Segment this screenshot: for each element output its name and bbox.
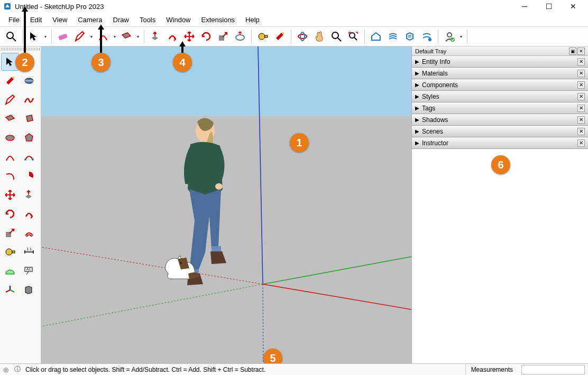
panel-components[interactable]: ▶Components✕: [412, 79, 588, 91]
zoom-icon[interactable]: [3, 29, 19, 44]
tray-pin-icon[interactable]: ▣: [569, 48, 576, 55]
signin-dropdown-icon[interactable]: ▾: [458, 29, 464, 44]
tool-freehand[interactable]: [20, 91, 38, 109]
panel-close-icon[interactable]: ✕: [577, 116, 585, 124]
measurements-input[interactable]: [521, 365, 585, 374]
panel-close-icon[interactable]: ✕: [577, 58, 585, 65]
rotate-icon[interactable]: [198, 29, 214, 44]
tool-circle[interactable]: [1, 129, 19, 147]
tool-line[interactable]: [1, 91, 19, 109]
pushpull-icon[interactable]: [148, 29, 163, 44]
panel-close-icon[interactable]: ✕: [577, 139, 585, 147]
arc-icon[interactable]: [95, 29, 111, 44]
offset-icon[interactable]: [232, 29, 248, 44]
followme-icon[interactable]: [164, 29, 180, 44]
tape-icon[interactable]: [255, 29, 271, 44]
svg-point-8: [282, 32, 284, 34]
minimize-button[interactable]: ─: [513, 1, 536, 12]
window-controls: ─ ☐ ✕: [513, 1, 585, 12]
orbit-icon[interactable]: [295, 29, 310, 44]
svg-line-32: [263, 257, 411, 284]
status-bar: ◎ ⓘ Click or drag to select objects. Shi…: [0, 363, 588, 375]
credits-icon[interactable]: ⓘ: [12, 365, 23, 374]
share-icon[interactable]: [419, 29, 435, 44]
menu-file[interactable]: File: [3, 14, 25, 26]
warehouse-icon[interactable]: [368, 29, 384, 44]
tool-3pt-arc[interactable]: [1, 167, 19, 185]
toolset-grip[interactable]: [1, 48, 40, 51]
rect-dropdown-icon[interactable]: ▾: [135, 29, 141, 44]
main-toolbar: ▾ ▾ ▾ ▾ ▾: [0, 26, 588, 46]
tool-2pt-arc[interactable]: [20, 148, 38, 166]
scale-icon[interactable]: [215, 29, 231, 44]
tool-pushpull[interactable]: [20, 186, 38, 204]
large-toolset: 1.1 A1: [0, 46, 41, 363]
menu-help[interactable]: Help: [240, 14, 265, 26]
tool-dimension[interactable]: 1.1: [20, 243, 38, 261]
callout-1: 1: [290, 133, 309, 152]
expand-icon: ▶: [415, 70, 419, 76]
ext-whs-icon[interactable]: [402, 29, 418, 44]
panel-close-icon[interactable]: ✕: [577, 93, 585, 100]
tool-eraser[interactable]: [20, 72, 38, 90]
signin-icon[interactable]: [442, 29, 457, 44]
app-icon: [3, 2, 12, 11]
tool-pie[interactable]: [20, 167, 38, 185]
tray-title: Default Tray: [415, 48, 446, 54]
svg-point-40: [180, 262, 182, 264]
tool-3d-text[interactable]: [20, 281, 38, 299]
panel-close-icon[interactable]: ✕: [577, 70, 585, 77]
panel-close-icon[interactable]: ✕: [577, 128, 585, 135]
tool-protractor[interactable]: [1, 262, 19, 280]
panel-materials[interactable]: ▶Materials✕: [412, 68, 588, 79]
geolocation-icon[interactable]: ◎: [0, 366, 12, 373]
tool-polygon[interactable]: [20, 129, 38, 147]
close-button[interactable]: ✕: [562, 1, 585, 12]
panel-styles[interactable]: ▶Styles✕: [412, 91, 588, 102]
svg-line-14: [354, 38, 357, 40]
tool-rotate[interactable]: [1, 205, 19, 223]
menu-tools[interactable]: Tools: [134, 14, 161, 26]
rect-icon[interactable]: [118, 29, 134, 44]
arc-dropdown-icon[interactable]: ▾: [112, 29, 117, 44]
tool-move[interactable]: [1, 186, 19, 204]
tool-paint[interactable]: [1, 72, 19, 90]
panel-entity-info[interactable]: ▶Entity Info✕: [412, 56, 588, 68]
tool-scale[interactable]: [1, 224, 19, 242]
zoom2-icon[interactable]: [328, 29, 344, 44]
viewport[interactable]: 1 5: [41, 46, 411, 363]
panel-close-icon[interactable]: ✕: [577, 105, 585, 112]
tool-axes[interactable]: [1, 281, 19, 299]
menu-draw[interactable]: Draw: [108, 14, 134, 26]
select-icon[interactable]: [26, 29, 42, 44]
tool-rectangle[interactable]: [1, 110, 19, 128]
menu-edit[interactable]: Edit: [25, 14, 47, 26]
ext-mgr-icon[interactable]: [385, 29, 401, 44]
panel-close-icon[interactable]: ✕: [577, 81, 585, 89]
tool-arc[interactable]: [1, 148, 19, 166]
menu-extensions[interactable]: Extensions: [196, 14, 241, 26]
tool-followme[interactable]: [20, 205, 38, 223]
select-dropdown-icon[interactable]: ▾: [43, 29, 48, 44]
toolbar-separator: [51, 30, 52, 43]
paint-icon[interactable]: [272, 29, 288, 44]
pencil-icon[interactable]: [72, 29, 88, 44]
panel-shadows[interactable]: ▶Shadows✕: [412, 114, 588, 126]
tool-offset[interactable]: [20, 224, 38, 242]
zoom-extents-icon[interactable]: [345, 29, 361, 44]
panel-tags[interactable]: ▶Tags✕: [412, 102, 588, 114]
maximize-button[interactable]: ☐: [537, 1, 561, 12]
tray-header[interactable]: Default Tray ▣ ✕: [412, 46, 588, 56]
eraser-icon[interactable]: [55, 29, 71, 44]
pencil-dropdown-icon[interactable]: ▾: [89, 29, 94, 44]
menu-view[interactable]: View: [47, 14, 72, 26]
panel-instructor[interactable]: ▶Instructor✕: [412, 137, 588, 149]
menu-window[interactable]: Window: [161, 14, 196, 26]
panel-scenes[interactable]: ▶Scenes✕: [412, 126, 588, 137]
pan-icon[interactable]: [311, 29, 327, 44]
svg-point-19: [12, 77, 14, 79]
tool-tape[interactable]: [1, 243, 19, 261]
tray-close-icon[interactable]: ✕: [577, 48, 585, 55]
tool-rotated-rect[interactable]: [20, 110, 38, 128]
tool-text[interactable]: A1: [20, 262, 38, 280]
